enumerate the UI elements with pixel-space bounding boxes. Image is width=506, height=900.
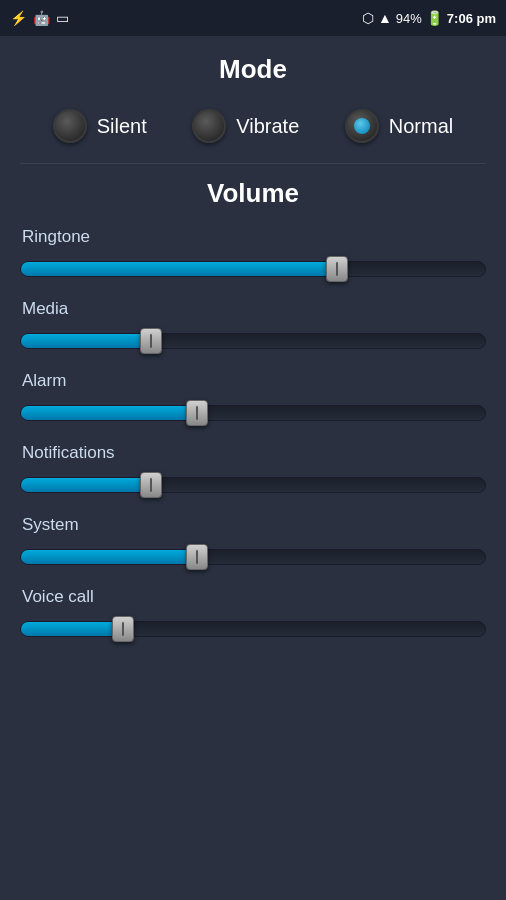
volume-section: Volume Ringtone Media Alarm xyxy=(20,164,486,651)
media-label: Media xyxy=(20,299,486,319)
status-left-icons: ⚡ 🤖 ▭ xyxy=(10,10,69,26)
main-content: Mode Silent Vibrate Norma xyxy=(0,36,506,651)
mode-title: Mode xyxy=(20,36,486,99)
normal-radio[interactable] xyxy=(345,109,379,143)
ringtone-fill xyxy=(21,262,337,276)
system-track xyxy=(20,549,486,565)
media-fill xyxy=(21,334,151,348)
silent-radio-inner xyxy=(62,118,78,134)
alarm-track xyxy=(20,405,486,421)
alarm-thumb[interactable] xyxy=(186,400,208,426)
media-group: Media xyxy=(20,291,486,363)
status-right-info: ⬡ ▲ 94% 🔋 7:06 pm xyxy=(362,10,496,26)
system-group: System xyxy=(20,507,486,579)
voicecall-label: Voice call xyxy=(20,587,486,607)
mode-option-normal[interactable]: Normal xyxy=(345,109,453,143)
usb-icon: ⚡ xyxy=(10,10,27,26)
silent-label: Silent xyxy=(97,115,147,138)
alarm-fill xyxy=(21,406,197,420)
signal-icon: ▲ xyxy=(378,10,392,26)
notifications-label: Notifications xyxy=(20,443,486,463)
phone-icon: ▭ xyxy=(56,10,69,26)
vibrate-label: Vibrate xyxy=(236,115,299,138)
voicecall-fill xyxy=(21,622,123,636)
notifications-group: Notifications xyxy=(20,435,486,507)
sim-icon: ⬡ xyxy=(362,10,374,26)
notifications-fill xyxy=(21,478,151,492)
ringtone-thumb[interactable] xyxy=(326,256,348,282)
system-label: System xyxy=(20,515,486,535)
notifications-track xyxy=(20,477,486,493)
system-slider-container[interactable] xyxy=(20,543,486,571)
alarm-group: Alarm xyxy=(20,363,486,435)
normal-label: Normal xyxy=(389,115,453,138)
mode-option-vibrate[interactable]: Vibrate xyxy=(192,109,299,143)
battery-icon: 🔋 xyxy=(426,10,443,26)
media-track xyxy=(20,333,486,349)
voicecall-group: Voice call xyxy=(20,579,486,651)
silent-radio[interactable] xyxy=(53,109,87,143)
ringtone-label: Ringtone xyxy=(20,227,486,247)
system-thumb[interactable] xyxy=(186,544,208,570)
vibrate-radio-inner xyxy=(201,118,217,134)
ringtone-slider-container[interactable] xyxy=(20,255,486,283)
mode-option-silent[interactable]: Silent xyxy=(53,109,147,143)
vibrate-radio[interactable] xyxy=(192,109,226,143)
mode-options-row: Silent Vibrate Normal xyxy=(20,99,486,163)
notifications-slider-container[interactable] xyxy=(20,471,486,499)
normal-radio-inner xyxy=(354,118,370,134)
media-thumb[interactable] xyxy=(140,328,162,354)
clock: 7:06 pm xyxy=(447,11,496,26)
ringtone-group: Ringtone xyxy=(20,219,486,291)
ringtone-track xyxy=(20,261,486,277)
voicecall-track xyxy=(20,621,486,637)
media-slider-container[interactable] xyxy=(20,327,486,355)
volume-title: Volume xyxy=(20,164,486,219)
status-bar: ⚡ 🤖 ▭ ⬡ ▲ 94% 🔋 7:06 pm xyxy=(0,0,506,36)
alarm-slider-container[interactable] xyxy=(20,399,486,427)
alarm-label: Alarm xyxy=(20,371,486,391)
android-icon: 🤖 xyxy=(33,10,50,26)
system-fill xyxy=(21,550,197,564)
mode-section: Mode Silent Vibrate Norma xyxy=(20,36,486,163)
notifications-thumb[interactable] xyxy=(140,472,162,498)
voicecall-slider-container[interactable] xyxy=(20,615,486,643)
voicecall-thumb[interactable] xyxy=(112,616,134,642)
battery-percent: 94% xyxy=(396,11,422,26)
